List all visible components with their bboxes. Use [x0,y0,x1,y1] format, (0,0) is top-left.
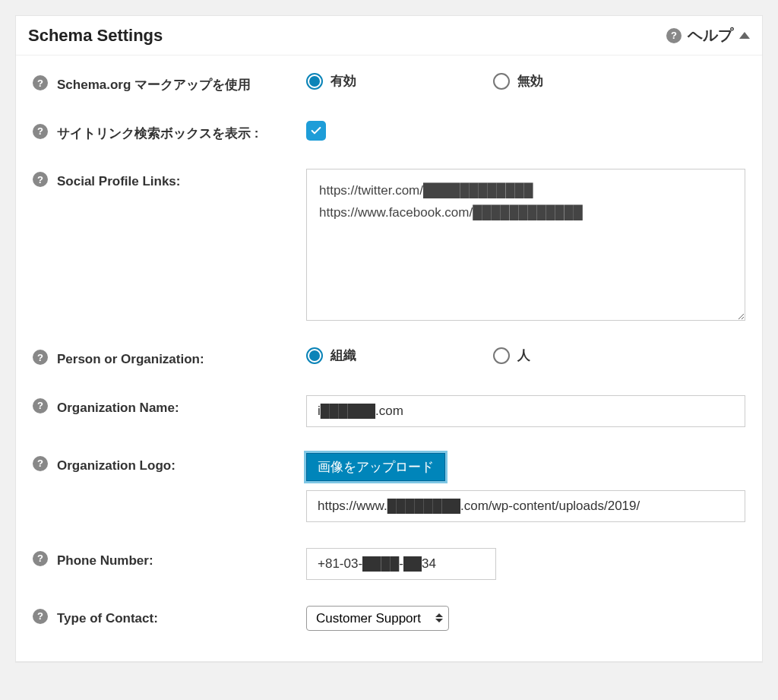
help-icon: ? [666,28,682,43]
row-phone: ? Phone Number: [33,548,745,580]
help-icon[interactable]: ? [33,350,48,365]
row-schema-markup: ? Schema.org マークアップを使用 有効 無効 [33,72,745,95]
upload-image-button[interactable]: 画像をアップロード [306,453,445,481]
radio-icon [493,73,510,90]
chevron-up-icon [739,32,750,39]
textarea-social-links[interactable] [306,169,745,321]
input-phone[interactable] [306,548,496,580]
label-schema-markup: Schema.org マークアップを使用 [57,75,251,95]
panel-header: Schema Settings ? ヘルプ [16,16,762,55]
label-social-links: Social Profile Links: [57,172,181,192]
check-icon [310,125,322,137]
radio-organization[interactable]: 組織 [306,347,356,364]
radio-schema-disabled[interactable]: 無効 [493,72,543,90]
select-contact-type[interactable]: Customer Support [306,606,449,631]
help-icon[interactable]: ? [33,456,48,471]
help-toggle[interactable]: ? ヘルプ [666,25,750,46]
label-org-logo: Organization Logo: [57,456,176,476]
row-contact-type: ? Type of Contact: Customer Support [33,606,745,631]
schema-settings-panel: Schema Settings ? ヘルプ ? Schema.org マークアッ… [15,15,763,662]
help-icon[interactable]: ? [33,124,48,139]
radio-schema-enabled[interactable]: 有効 [306,72,356,90]
input-org-logo-url[interactable] [306,490,745,522]
input-org-name[interactable] [306,395,745,427]
help-icon[interactable]: ? [33,609,48,624]
label-sitelinks-search: サイトリンク検索ボックスを表示 : [57,124,258,144]
panel-body: ? Schema.org マークアップを使用 有効 無効 [16,55,762,661]
label-contact-type: Type of Contact: [57,609,158,629]
help-label: ヘルプ [688,25,733,46]
person-org-radio-group: 組織 人 [306,347,530,364]
help-icon[interactable]: ? [33,172,48,187]
radio-person[interactable]: 人 [493,347,530,364]
label-org-name: Organization Name: [57,398,179,418]
row-sitelinks-search: ? サイトリンク検索ボックスを表示 : [33,121,745,144]
panel-title: Schema Settings [28,26,163,46]
radio-icon [306,347,323,364]
row-person-or-org: ? Person or Organization: 組織 人 [33,347,745,369]
select-contact-type-wrap: Customer Support [306,606,449,631]
row-social-links: ? Social Profile Links: [33,169,745,321]
schema-markup-radio-group: 有効 無効 [306,72,543,90]
help-icon[interactable]: ? [33,75,48,90]
row-org-name: ? Organization Name: [33,395,745,427]
radio-icon [493,347,510,364]
row-org-logo: ? Organization Logo: 画像をアップロード [33,453,745,522]
label-phone: Phone Number: [57,551,153,571]
label-person-or-org: Person or Organization: [57,350,204,369]
help-icon[interactable]: ? [33,398,48,413]
radio-icon [306,73,323,90]
checkbox-sitelinks-search[interactable] [306,121,326,141]
help-icon[interactable]: ? [33,551,48,566]
